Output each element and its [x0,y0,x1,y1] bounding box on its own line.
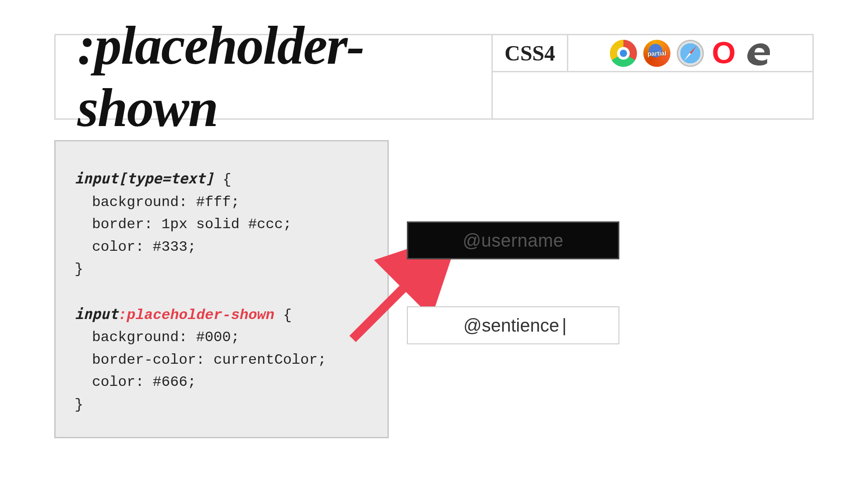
demo-area: @username @sentience| [407,221,678,391]
code-pseudo-class: :placeholder-shown [118,307,274,324]
opera-icon: O [710,40,737,67]
header-empty-cell [491,72,812,118]
input-filled-state[interactable]: @sentience| [407,306,619,344]
edge-icon [744,40,771,67]
placeholder-text: @username [463,230,564,251]
code-selector-2a: input [75,305,118,323]
spec-badge: CSS4 [491,35,568,72]
code-selector-1: input[type=text] [75,170,214,187]
firefox-partial-label: partial [647,49,667,57]
header-meta: CSS4 partial O [491,35,812,118]
firefox-icon: partial [643,40,670,67]
slide-title: :placeholder-shown [56,35,491,118]
input-value: @sentience [463,315,559,336]
chrome-icon [610,40,637,67]
code-block: input[type=text] { background: #fff; bor… [54,140,389,438]
input-placeholder-state[interactable]: @username [407,221,619,259]
css-code: input[type=text] { background: #fff; bor… [75,168,368,416]
header-banner: :placeholder-shown CSS4 partial O [54,34,814,120]
safari-icon [677,40,704,67]
browser-support-row: partial O [568,35,812,72]
text-caret: | [562,315,563,336]
header-top-row: CSS4 partial O [491,35,812,72]
